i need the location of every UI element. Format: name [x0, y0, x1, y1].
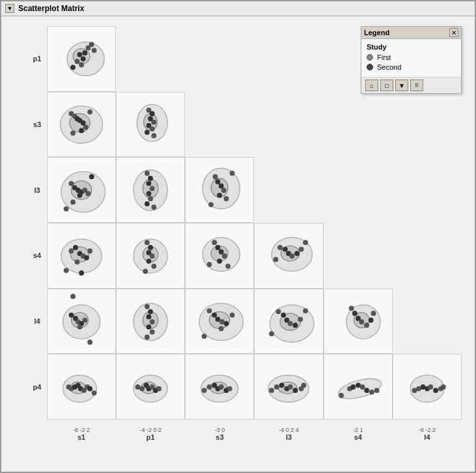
legend-close-button[interactable]: ✕	[449, 28, 458, 37]
svg-point-87	[212, 240, 217, 245]
legend-dot-second	[367, 64, 373, 70]
cell-s3-p1	[116, 92, 185, 158]
svg-point-86	[207, 262, 212, 267]
svg-point-35	[69, 181, 74, 186]
svg-point-165	[139, 386, 145, 392]
x-label-s3: -3 0 s3	[185, 420, 254, 442]
svg-point-149	[368, 317, 373, 322]
svg-point-196	[364, 388, 369, 394]
svg-point-205	[433, 388, 438, 394]
svg-point-21	[87, 109, 92, 115]
legend-item-second: Second	[367, 63, 456, 71]
cell-p4-p1	[116, 354, 185, 420]
x-label-l3: -4 0 2 4 l3	[255, 420, 324, 442]
legend-toolbar: ⌂ □ ▼ ⠿	[361, 77, 461, 93]
svg-point-145	[352, 311, 357, 316]
x-label-l4: -6 -2 2 l4	[393, 420, 462, 442]
svg-point-117	[147, 314, 152, 319]
svg-point-96	[278, 245, 283, 250]
svg-point-8	[75, 59, 80, 64]
svg-point-144	[348, 306, 354, 311]
svg-point-189	[301, 383, 307, 388]
svg-point-34	[64, 207, 69, 212]
legend-label-first: First	[377, 53, 391, 61]
svg-point-125	[207, 308, 212, 313]
svg-point-141	[303, 308, 309, 313]
legend-panel: Legend ✕ Study First Second ⌂ □ ▼ ⠿	[361, 26, 462, 94]
cell-empty-02	[185, 26, 254, 92]
y-label-p1: p1	[27, 26, 47, 92]
cell-p4-s3	[185, 354, 254, 420]
legend-home-button[interactable]: ⌂	[365, 79, 378, 91]
svg-point-207	[441, 384, 446, 390]
svg-point-67	[69, 248, 74, 253]
svg-point-160	[87, 386, 92, 392]
cell-p4-s1	[47, 354, 116, 420]
cell-empty-24	[324, 157, 393, 223]
svg-point-52	[145, 201, 150, 207]
title-bar: ▼ Scatterplot Matrix	[1, 1, 475, 16]
legend-arrow-button[interactable]: ▼	[395, 79, 408, 91]
collapse-icon[interactable]: ▼	[5, 4, 14, 13]
cell-s4-s1	[47, 223, 116, 289]
svg-point-4	[92, 48, 97, 53]
cell-p4-l3	[254, 354, 323, 420]
legend-title-bar: Legend ✕	[361, 27, 461, 39]
legend-dot-first	[367, 54, 373, 61]
svg-point-58	[216, 179, 221, 184]
y-label-s3: s3	[27, 92, 47, 158]
svg-point-121	[145, 334, 150, 339]
svg-point-193	[350, 384, 356, 390]
svg-point-129	[224, 321, 229, 326]
cell-l3-s3	[185, 157, 254, 223]
svg-point-30	[145, 130, 150, 135]
svg-point-130	[230, 312, 235, 317]
svg-point-118	[150, 319, 155, 324]
x-label-s4: -2 1 s4	[324, 420, 393, 442]
legend-category-label: Study	[367, 43, 456, 51]
svg-point-31	[152, 133, 157, 138]
svg-point-6	[77, 52, 83, 57]
svg-point-104	[87, 339, 92, 345]
svg-point-115	[145, 304, 150, 309]
svg-point-126	[212, 312, 217, 317]
svg-point-170	[156, 386, 161, 392]
svg-point-101	[299, 247, 304, 252]
svg-point-48	[147, 181, 152, 186]
cell-empty-01	[116, 26, 185, 92]
svg-point-198	[374, 388, 379, 394]
svg-point-89	[219, 250, 224, 255]
cell-empty-15	[393, 92, 462, 158]
svg-point-92	[226, 264, 231, 269]
svg-point-19	[79, 128, 84, 133]
legend-square-button[interactable]: □	[380, 79, 393, 91]
svg-point-186	[288, 384, 293, 390]
svg-point-63	[230, 171, 235, 176]
svg-point-140	[298, 317, 303, 322]
plot-area: p1 s3 l3 s4 l4 p4	[1, 16, 475, 468]
cell-s4-s3	[185, 223, 254, 289]
x-axis-labels: -6 -2 2 s1 -4 -2 0 2 p1 -3 0 s3 -4 0 2 4…	[47, 420, 462, 442]
svg-point-138	[288, 321, 293, 326]
svg-point-174	[207, 384, 212, 390]
x-label-s1: -6 -2 2 s1	[47, 420, 116, 442]
svg-point-204	[428, 384, 433, 390]
svg-point-102	[303, 240, 309, 245]
svg-point-71	[84, 255, 89, 261]
svg-point-29	[150, 126, 155, 132]
svg-point-25	[150, 111, 155, 116]
legend-grid-button[interactable]: ⠿	[410, 79, 423, 91]
svg-point-20	[70, 130, 76, 136]
svg-point-41	[77, 193, 83, 198]
y-label-s4: s4	[27, 223, 47, 289]
svg-point-40	[86, 192, 91, 197]
svg-point-74	[79, 270, 84, 276]
cell-l3-s1	[47, 157, 116, 223]
svg-point-88	[216, 245, 221, 250]
svg-point-191	[339, 393, 344, 398]
cell-p4-l4	[393, 354, 462, 420]
svg-point-57	[213, 175, 218, 180]
svg-point-59	[219, 184, 224, 189]
svg-point-7	[81, 56, 86, 61]
svg-point-27	[152, 119, 157, 124]
